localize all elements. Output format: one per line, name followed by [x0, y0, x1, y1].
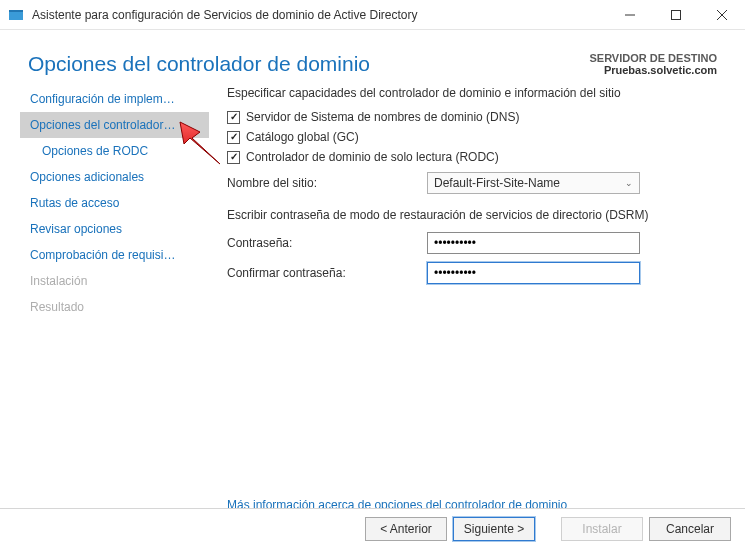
confirm-password-input[interactable] — [427, 262, 640, 284]
destination-label: SERVIDOR DE DESTINO — [589, 52, 717, 64]
site-name-row: Nombre del sitio: Default-First-Site-Nam… — [227, 172, 717, 194]
step-review[interactable]: Revisar opciones — [20, 216, 209, 242]
previous-button[interactable]: < Anterior — [365, 517, 447, 541]
svg-rect-1 — [9, 10, 23, 12]
body: Configuración de implem… Opciones del co… — [0, 86, 745, 486]
step-deployment-config[interactable]: Configuración de implem… — [20, 86, 209, 112]
destination-name: Pruebas.solvetic.com — [589, 64, 717, 76]
confirm-password-row: Confirmar contraseña: — [227, 262, 717, 284]
step-prereq-check[interactable]: Comprobación de requisi… — [20, 242, 209, 268]
close-button[interactable] — [699, 0, 745, 30]
install-button: Instalar — [561, 517, 643, 541]
dsrm-title: Escribir contraseña de modo de restaurac… — [227, 208, 717, 222]
checkbox-gc-row[interactable]: Catálogo global (GC) — [227, 130, 717, 144]
password-input[interactable] — [427, 232, 640, 254]
site-name-select[interactable]: Default-First-Site-Name ⌄ — [427, 172, 640, 194]
titlebar: Asistente para configuración de Servicio… — [0, 0, 745, 30]
maximize-button[interactable] — [653, 0, 699, 30]
content-pane: Especificar capacidades del controlador … — [209, 86, 745, 486]
header: Opciones del controlador de dominio SERV… — [0, 30, 745, 86]
checkbox-rodc-label: Controlador de dominio de solo lectura (… — [246, 150, 499, 164]
svg-rect-3 — [672, 10, 681, 19]
next-button[interactable]: Siguiente > — [453, 517, 535, 541]
site-name-value: Default-First-Site-Name — [434, 176, 560, 190]
step-installation: Instalación — [20, 268, 209, 294]
step-results: Resultado — [20, 294, 209, 320]
page-title: Opciones del controlador de dominio — [28, 52, 370, 76]
footer: < Anterior Siguiente > Instalar Cancelar — [0, 508, 745, 549]
checkbox-rodc[interactable] — [227, 151, 240, 164]
app-icon — [8, 7, 24, 23]
checkbox-gc[interactable] — [227, 131, 240, 144]
step-paths[interactable]: Rutas de acceso — [20, 190, 209, 216]
cancel-button[interactable]: Cancelar — [649, 517, 731, 541]
checkbox-dns-label: Servidor de Sistema de nombres de domini… — [246, 110, 519, 124]
password-label: Contraseña: — [227, 236, 427, 250]
checkbox-rodc-row[interactable]: Controlador de dominio de solo lectura (… — [227, 150, 717, 164]
capabilities-title: Especificar capacidades del controlador … — [227, 86, 717, 100]
password-row: Contraseña: — [227, 232, 717, 254]
chevron-down-icon: ⌄ — [625, 178, 633, 188]
site-name-label: Nombre del sitio: — [227, 176, 427, 190]
checkbox-dns[interactable] — [227, 111, 240, 124]
annotation-arrow-icon — [174, 120, 222, 168]
destination-block: SERVIDOR DE DESTINO Pruebas.solvetic.com — [589, 52, 717, 76]
minimize-button[interactable] — [607, 0, 653, 30]
confirm-password-label: Confirmar contraseña: — [227, 266, 427, 280]
window-title: Asistente para configuración de Servicio… — [32, 8, 607, 22]
checkbox-gc-label: Catálogo global (GC) — [246, 130, 359, 144]
checkbox-dns-row[interactable]: Servidor de Sistema de nombres de domini… — [227, 110, 717, 124]
